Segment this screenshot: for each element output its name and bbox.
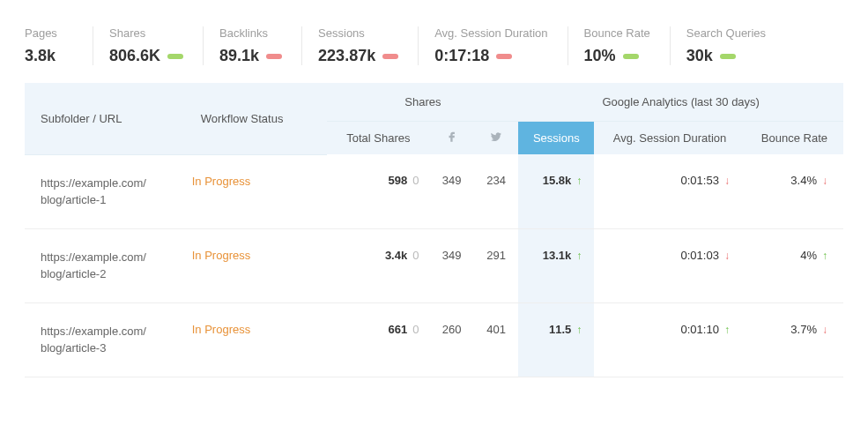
table-row[interactable]: https://example.com/blog/article-1In Pro… (25, 154, 843, 228)
url-line: https://example.com/ (41, 176, 146, 190)
url-table-container: Subfolder / URL Workflow Status Shares G… (0, 83, 868, 377)
twitter-shares-cell: 291 (474, 228, 518, 302)
twitter-icon (490, 131, 502, 143)
stat-label: Shares (109, 26, 183, 40)
arrow-up-icon: ↑ (576, 175, 582, 187)
url-line: https://example.com/ (41, 325, 146, 338)
table-row[interactable]: https://example.com/blog/article-2In Pro… (25, 228, 843, 302)
col-header-bounce[interactable]: Bounce Rate (746, 122, 843, 155)
col-header-sessions[interactable]: Sessions (518, 122, 594, 155)
stat-label: Sessions (318, 26, 398, 40)
stat-pages: Pages 3.8k (25, 26, 93, 65)
stat-shares: Shares 806.6K (109, 26, 204, 65)
url-cell[interactable]: https://example.com/blog/article-2 (25, 228, 185, 302)
stat-value: 3.8k (25, 47, 56, 65)
col-header-duration[interactable]: Avg. Session Duration (594, 122, 746, 155)
bounce-cell: 3.4%↓ (746, 154, 843, 228)
delta-value: 0 (412, 174, 419, 187)
url-line: https://example.com/ (41, 250, 146, 264)
trend-pill-icon (720, 54, 736, 59)
stat-label: Backlinks (219, 26, 282, 40)
stat-label: Pages (25, 26, 73, 40)
url-line: blog/article-3 (41, 341, 106, 355)
total-shares-cell: 5980 (327, 154, 429, 228)
stat-sessions: Sessions 223.87k (318, 26, 419, 65)
table-row[interactable]: https://example.com/blog/article-3In Pro… (25, 302, 843, 377)
trend-pill-icon (167, 54, 183, 59)
twitter-shares-cell: 234 (474, 154, 518, 228)
stat-value: 806.6K (109, 47, 160, 65)
workflow-status[interactable]: In Progress (185, 154, 328, 228)
arrow-up-icon: ↑ (822, 250, 827, 262)
col-header-facebook[interactable] (429, 122, 473, 155)
col-group-shares: Shares (327, 83, 518, 122)
duration-cell: 0:01:10↑ (594, 302, 746, 377)
bounce-cell: 4%↑ (746, 228, 843, 302)
facebook-icon (446, 131, 458, 143)
sessions-cell: 15.8k↑ (518, 154, 594, 228)
stat-value: 0:17:18 (434, 47, 489, 65)
col-header-total-shares[interactable]: Total Shares (327, 122, 429, 155)
total-shares-cell: 6610 (327, 302, 429, 377)
stat-label: Avg. Session Duration (434, 26, 547, 40)
arrow-up-icon: ↑ (724, 324, 730, 336)
url-cell[interactable]: https://example.com/blog/article-1 (25, 154, 185, 228)
stat-avg-session-duration: Avg. Session Duration 0:17:18 (434, 26, 568, 65)
trend-pill-icon (623, 54, 639, 59)
trend-pill-icon (382, 54, 398, 59)
arrow-up-icon: ↑ (576, 324, 582, 336)
trend-pill-icon (266, 54, 282, 59)
stat-value: 89.1k (219, 47, 259, 65)
stat-value: 30k (686, 47, 713, 65)
url-line: blog/article-2 (41, 267, 106, 280)
workflow-status[interactable]: In Progress (185, 228, 328, 302)
col-header-workflow[interactable]: Workflow Status (185, 83, 328, 154)
url-analytics-table: Subfolder / URL Workflow Status Shares G… (25, 83, 843, 377)
facebook-shares-cell: 260 (429, 302, 473, 377)
url-cell[interactable]: https://example.com/blog/article-3 (25, 302, 185, 377)
stat-label: Search Queries (686, 26, 766, 40)
sessions-cell: 13.1k↑ (518, 228, 594, 302)
arrow-down-icon: ↓ (822, 324, 827, 336)
workflow-status[interactable]: In Progress (185, 302, 328, 377)
stats-bar: Pages 3.8k Shares 806.6K Backlinks 89.1k… (0, 0, 868, 83)
twitter-shares-cell: 401 (474, 302, 518, 377)
arrow-down-icon: ↓ (724, 250, 730, 262)
facebook-shares-cell: 349 (429, 154, 473, 228)
delta-value: 0 (412, 323, 419, 336)
duration-cell: 0:01:53↓ (594, 154, 746, 228)
stat-bounce-rate: Bounce Rate 10% (584, 26, 671, 65)
stat-label: Bounce Rate (584, 26, 650, 40)
sessions-cell: 11.5↑ (518, 302, 594, 377)
bounce-cell: 3.7%↓ (746, 302, 843, 377)
stat-value: 223.87k (318, 47, 375, 65)
arrow-down-icon: ↓ (724, 175, 730, 187)
arrow-down-icon: ↓ (822, 175, 827, 187)
facebook-shares-cell: 349 (429, 228, 473, 302)
col-header-twitter[interactable] (474, 122, 518, 155)
col-header-subfolder[interactable]: Subfolder / URL (25, 83, 185, 154)
duration-cell: 0:01:03↓ (594, 228, 746, 302)
url-line: blog/article-1 (41, 193, 106, 206)
arrow-up-icon: ↑ (576, 250, 582, 262)
total-shares-cell: 3.4k0 (327, 228, 429, 302)
trend-pill-icon (496, 54, 512, 59)
stat-value: 10% (584, 47, 616, 65)
stat-backlinks: Backlinks 89.1k (219, 26, 302, 65)
stat-search-queries: Search Queries 30k (686, 26, 785, 65)
delta-value: 0 (412, 249, 419, 262)
col-group-google-analytics: Google Analytics (last 30 days) (518, 83, 843, 122)
